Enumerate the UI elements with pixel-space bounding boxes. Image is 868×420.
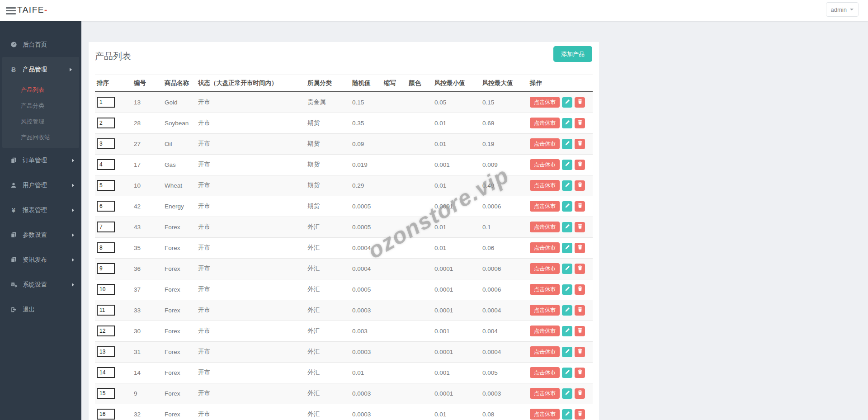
trash-icon <box>577 286 583 293</box>
sort-input[interactable] <box>97 118 115 128</box>
sidebar-item-logout[interactable]: 退出 <box>0 297 81 322</box>
product-status: 开市 <box>196 300 306 321</box>
close-market-button[interactable]: 点击休市 <box>530 138 560 149</box>
table-row: 32Forex开市外汇0.00030.010.08点击休市 <box>95 404 593 420</box>
delete-button[interactable] <box>575 222 585 232</box>
risk-max-value: 0.49 <box>481 175 528 196</box>
sort-input[interactable] <box>97 326 115 336</box>
product-abbr <box>382 321 407 341</box>
edit-button[interactable] <box>562 118 572 128</box>
sidebar-item-reports[interactable]: ¥ 报表管理 <box>0 198 81 222</box>
product-category: 外汇 <box>306 258 350 279</box>
sort-input[interactable] <box>97 388 115 399</box>
delete-button[interactable] <box>575 139 585 149</box>
close-market-button[interactable]: 点击休市 <box>530 388 560 399</box>
sort-input[interactable] <box>97 284 115 295</box>
close-market-button[interactable]: 点击休市 <box>530 242 560 253</box>
close-market-button[interactable]: 点击休市 <box>530 305 560 316</box>
close-market-button[interactable]: 点击休市 <box>530 263 560 274</box>
product-category: 外汇 <box>306 279 350 300</box>
menu-toggle-icon[interactable] <box>6 7 16 14</box>
delete-button[interactable] <box>575 97 585 108</box>
sidebar-item-orders[interactable]: 订单管理 <box>0 148 81 173</box>
delete-button[interactable] <box>575 409 585 420</box>
sort-input[interactable] <box>97 180 115 191</box>
top-bar: TAIFE- admin <box>0 0 868 21</box>
sidebar-item-dashboard[interactable]: 后台首页 <box>0 32 81 57</box>
sidebar-item-system[interactable]: 系统设置 <box>0 272 81 297</box>
delete-button[interactable] <box>575 160 585 170</box>
sidebar-item-users[interactable]: 用户管理 <box>0 173 81 198</box>
close-market-button[interactable]: 点击休市 <box>530 222 560 232</box>
sidebar-item-product-category[interactable]: 产品分类 <box>2 98 79 113</box>
risk-min-value: 0.01 <box>433 113 481 133</box>
sort-input[interactable] <box>97 97 115 108</box>
chevron-right-icon <box>72 184 74 187</box>
sort-input[interactable] <box>97 305 115 316</box>
edit-button[interactable] <box>562 160 572 170</box>
sort-input[interactable] <box>97 367 115 378</box>
edit-button[interactable] <box>562 347 572 357</box>
trash-icon <box>577 119 583 127</box>
close-market-button[interactable]: 点击休市 <box>530 118 560 128</box>
product-name: Forex <box>163 279 196 300</box>
edit-button[interactable] <box>562 326 572 336</box>
sidebar-item-risk-management[interactable]: 风控管理 <box>2 113 79 129</box>
sort-input[interactable] <box>97 242 115 253</box>
close-market-button[interactable]: 点击休市 <box>530 409 560 420</box>
sidebar-item-news[interactable]: 资讯发布 <box>0 247 81 272</box>
close-market-button[interactable]: 点击休市 <box>530 367 560 378</box>
delete-button[interactable] <box>575 368 585 378</box>
user-dropdown[interactable]: admin <box>826 2 859 17</box>
edit-button[interactable] <box>562 222 572 232</box>
delete-button[interactable] <box>575 118 585 128</box>
close-market-button[interactable]: 点击休市 <box>530 346 560 357</box>
sort-input[interactable] <box>97 222 115 232</box>
sidebar-item-product-recycle[interactable]: 产品回收站 <box>2 129 79 145</box>
add-product-button[interactable]: 添加产品 <box>553 46 592 62</box>
edit-button[interactable] <box>562 264 572 274</box>
edit-button[interactable] <box>562 180 572 191</box>
pencil-icon <box>565 120 570 127</box>
edit-button[interactable] <box>562 97 572 108</box>
close-market-button[interactable]: 点击休市 <box>530 180 560 191</box>
delete-button[interactable] <box>575 180 585 191</box>
sidebar-item-product-management[interactable]: Ƀ 产品管理 <box>2 57 79 82</box>
product-name: Forex <box>163 362 196 383</box>
sort-input[interactable] <box>97 159 115 170</box>
edit-button[interactable] <box>562 409 572 420</box>
close-market-button[interactable]: 点击休市 <box>530 97 560 108</box>
edit-button[interactable] <box>562 305 572 316</box>
delete-button[interactable] <box>575 243 585 253</box>
close-market-button[interactable]: 点击休市 <box>530 201 560 212</box>
sidebar-item-product-list[interactable]: 产品列表 <box>2 82 79 98</box>
close-market-button[interactable]: 点击休市 <box>530 159 560 170</box>
close-market-button[interactable]: 点击休市 <box>530 326 560 336</box>
edit-button[interactable] <box>562 284 572 295</box>
product-color <box>407 175 433 196</box>
sort-input[interactable] <box>97 138 115 149</box>
delete-button[interactable] <box>575 264 585 274</box>
close-market-button[interactable]: 点击休市 <box>530 284 560 295</box>
sort-input[interactable] <box>97 263 115 274</box>
delete-button[interactable] <box>575 284 585 295</box>
sort-input[interactable] <box>97 201 115 212</box>
delete-button[interactable] <box>575 201 585 212</box>
sidebar-item-label: 系统设置 <box>23 281 47 289</box>
sidebar-item-params[interactable]: 参数设置 <box>0 222 81 247</box>
edit-button[interactable] <box>562 243 572 253</box>
risk-min-value: 0.05 <box>433 92 481 113</box>
delete-button[interactable] <box>575 388 585 399</box>
delete-button[interactable] <box>575 347 585 357</box>
edit-button[interactable] <box>562 139 572 149</box>
chevron-right-icon <box>72 208 74 212</box>
product-status: 开市 <box>196 383 306 404</box>
edit-button[interactable] <box>562 368 572 378</box>
delete-button[interactable] <box>575 305 585 316</box>
sort-input[interactable] <box>97 346 115 357</box>
sort-input[interactable] <box>97 409 115 420</box>
edit-button[interactable] <box>562 388 572 399</box>
edit-button[interactable] <box>562 201 572 212</box>
product-name: Forex <box>163 341 196 362</box>
delete-button[interactable] <box>575 326 585 336</box>
